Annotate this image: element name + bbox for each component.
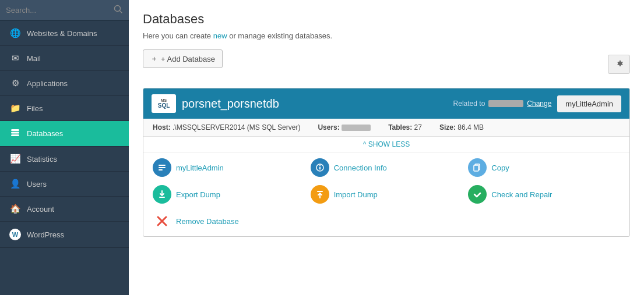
up-arrow-svg: [314, 236, 355, 237]
files-icon: 📁: [9, 103, 21, 113]
users-icon: 👤: [9, 179, 21, 189]
svg-rect-6: [159, 167, 166, 168]
settings-button[interactable]: [608, 55, 630, 74]
action-label: myLittleAdmin: [176, 164, 224, 172]
applications-icon: ⚙: [9, 78, 21, 88]
sidebar-item-label: Statistics: [27, 155, 57, 164]
svg-rect-5: [159, 165, 166, 166]
db-card-header: MS SQL porsnet_porsnetdb Related to Chan…: [143, 88, 629, 119]
mssql-logo: MS SQL: [152, 94, 176, 113]
check-repair-icon: [468, 185, 487, 204]
tables-info: Tables: 27: [388, 123, 422, 131]
add-db-icon: ＋: [150, 54, 158, 64]
account-icon: 🏠: [9, 204, 21, 214]
host-label: Host:: [153, 123, 171, 131]
logo-sql: SQL: [158, 102, 170, 109]
add-db-label: + Add Database: [161, 55, 215, 63]
svg-rect-2: [11, 129, 19, 131]
action-label: Check and Repair: [491, 190, 552, 199]
sidebar-item-label: Mail: [27, 54, 41, 63]
add-database-button[interactable]: ＋ + Add Database: [143, 49, 223, 68]
size-label: Size:: [439, 123, 456, 131]
my-little-admin-action-icon: [153, 158, 171, 177]
websites-icon: 🌐: [9, 28, 21, 38]
subtitle-suffix: or manage existing databases.: [227, 31, 333, 40]
sidebar-item-files[interactable]: 📁 Files: [0, 96, 129, 121]
statistics-icon: 📈: [9, 154, 21, 164]
page-title: Databases: [143, 12, 630, 27]
sidebar-item-label: Websites & Domains: [27, 29, 97, 38]
svg-rect-12: [474, 165, 478, 171]
remove-db-icon: [153, 212, 171, 230]
sidebar-item-users[interactable]: 👤 Users: [0, 172, 129, 197]
action-remove-database[interactable]: Remove Database: [153, 212, 305, 230]
mail-icon: ✉: [9, 53, 21, 63]
action-my-little-admin[interactable]: myLittleAdmin: [153, 158, 305, 177]
size-info: Size: 86.4 MB: [439, 123, 484, 131]
sidebar-item-label: Databases: [27, 129, 63, 138]
action-copy[interactable]: Copy: [468, 158, 620, 177]
svg-rect-14: [317, 191, 323, 192]
sidebar-item-statistics[interactable]: 📈 Statistics: [0, 147, 129, 172]
new-db-link[interactable]: new: [213, 31, 227, 40]
export-dump-icon: [153, 185, 171, 204]
action-import-dump[interactable]: Import Dump: [311, 185, 463, 204]
svg-marker-17: [320, 236, 349, 237]
page-subtitle: Here you can create new or manage existi…: [143, 31, 630, 40]
arrow-annotation: [314, 236, 355, 237]
action-label: Export Dump: [176, 190, 220, 199]
database-card: MS SQL porsnet_porsnetdb Related to Chan…: [143, 88, 630, 237]
tables-value: 27: [414, 123, 422, 131]
sidebar-item-label: Applications: [27, 79, 68, 88]
show-less-label: ^ SHOW LESS: [363, 140, 410, 148]
copy-icon: [468, 158, 487, 177]
wordpress-icon: W: [9, 229, 21, 240]
settings-icon: [614, 61, 624, 70]
related-label: Related to: [453, 99, 485, 108]
action-label: Import Dump: [334, 190, 378, 199]
search-icon: [114, 5, 123, 16]
sidebar-item-wordpress[interactable]: W WordPress: [0, 222, 129, 248]
show-less-bar[interactable]: ^ SHOW LESS: [143, 137, 629, 152]
action-check-repair[interactable]: Check and Repair: [468, 185, 620, 204]
svg-line-1: [120, 11, 122, 13]
sidebar-item-label: Files: [27, 104, 43, 113]
users-info: Users:: [318, 123, 371, 131]
sidebar-item-applications[interactable]: ⚙ Applications: [0, 71, 129, 96]
sidebar-item-label: Account: [27, 205, 54, 214]
action-connection-info[interactable]: Connection Info: [311, 158, 463, 177]
svg-rect-4: [11, 134, 19, 136]
logo-ms: MS: [161, 98, 167, 103]
search-box[interactable]: [0, 0, 129, 21]
sidebar-item-account[interactable]: 🏠 Account: [0, 197, 129, 222]
connection-info-icon: [311, 158, 329, 177]
db-name: porsnet_porsnetdb: [182, 97, 448, 111]
action-label: Connection Info: [334, 164, 387, 172]
db-card-info: Host: .\MSSQLSERVER2014 (MS SQL Server) …: [143, 119, 629, 137]
svg-rect-7: [159, 169, 163, 170]
size-value: 86.4 MB: [458, 123, 484, 131]
svg-point-10: [319, 165, 321, 166]
sidebar-item-databases[interactable]: Databases: [0, 121, 129, 147]
main-content: Databases Here you can create new or man…: [129, 0, 644, 295]
databases-icon: [9, 128, 21, 139]
db-related: Related to Change: [453, 99, 552, 108]
action-export-dump[interactable]: Export Dump: [153, 185, 305, 204]
action-label: Copy: [491, 164, 509, 172]
sidebar-item-label: Users: [27, 180, 47, 189]
host-value: .\MSSQLSERVER2014 (MS SQL Server): [173, 123, 300, 131]
related-value-blurred: [488, 100, 523, 107]
change-link[interactable]: Change: [527, 99, 551, 108]
sidebar-item-mail[interactable]: ✉ Mail: [0, 46, 129, 71]
search-input[interactable]: [6, 6, 114, 15]
users-label: Users:: [318, 123, 339, 131]
svg-rect-9: [319, 167, 321, 170]
my-little-admin-button[interactable]: myLittleAdmin: [557, 95, 621, 112]
sidebar-item-websites[interactable]: 🌐 Websites & Domains: [0, 21, 129, 46]
action-label: Remove Database: [176, 217, 239, 226]
svg-rect-3: [11, 132, 19, 134]
tables-label: Tables:: [388, 123, 412, 131]
sidebar: 🌐 Websites & Domains ✉ Mail ⚙ Applicatio…: [0, 0, 129, 295]
import-dump-icon: [311, 185, 329, 204]
subtitle-prefix: Here you can create: [143, 31, 213, 40]
